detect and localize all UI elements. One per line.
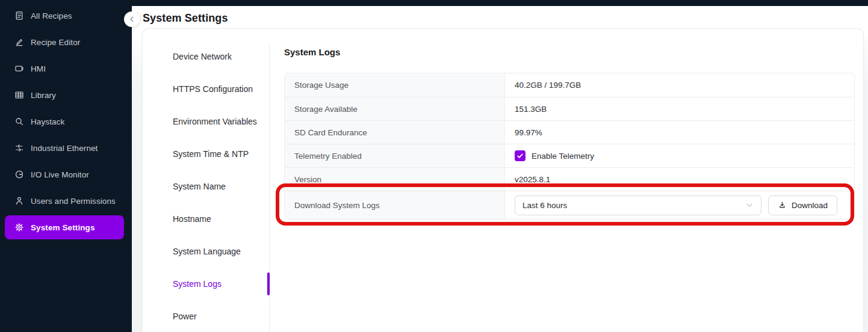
system-logs-table: Storage Usage 40.2GB / 199.7GB Storage A… <box>284 73 855 220</box>
sidebar-item-library[interactable]: Library <box>0 82 132 108</box>
settings-nav-system-name[interactable]: System Name <box>143 170 269 203</box>
table-row-storage-usage: Storage Usage 40.2GB / 199.7GB <box>285 73 854 97</box>
row-label: Download System Logs <box>285 191 505 219</box>
settings-nav-hostname[interactable]: Hostname <box>143 203 269 235</box>
row-label: SD Card Endurance <box>285 121 505 144</box>
settings-nav-system-logs[interactable]: System Logs <box>143 268 269 300</box>
user-icon <box>14 196 24 206</box>
time-range-select[interactable]: Last 6 hours <box>515 195 761 215</box>
settings-nav-power[interactable]: Power <box>143 300 269 332</box>
sidebar-item-system-settings[interactable]: System Settings <box>5 215 124 239</box>
table-row-telemetry-enabled: Telemetry Enabled Enable Telemetry <box>285 144 854 167</box>
table-row-storage-available: Storage Available 151.3GB <box>285 97 854 120</box>
sidebar-item-label: Library <box>31 91 56 100</box>
hmi-icon <box>14 64 24 73</box>
nav-item-label: Power <box>173 312 197 321</box>
ethernet-icon <box>14 143 24 153</box>
nav-item-label: Environment Variables <box>173 117 257 126</box>
sidebar-item-label: Users and Permissions <box>31 197 116 206</box>
table-row-version: Version v2025.8.1 <box>285 167 854 191</box>
table-row-sd-card-endurance: SD Card Endurance 99.97% <box>285 120 854 144</box>
row-label: Storage Usage <box>285 73 505 97</box>
recipes-icon <box>14 11 24 20</box>
row-value: 99.97% <box>505 121 854 144</box>
row-value: 40.2GB / 199.7GB <box>505 73 854 97</box>
sidebar-item-label: System Settings <box>31 223 95 232</box>
select-value: Last 6 hours <box>522 201 567 210</box>
download-button[interactable]: Download <box>768 195 837 215</box>
sidebar-item-users-and-permissions[interactable]: Users and Permissions <box>0 188 132 214</box>
sidebar-item-label: Haystack <box>31 117 64 126</box>
settings-nav-environment-variables[interactable]: Environment Variables <box>143 105 269 138</box>
sidebar-item-industrial-ethernet[interactable]: Industrial Ethernet <box>0 135 132 161</box>
active-nav-indicator <box>267 272 270 295</box>
sidebar: All Recipes Recipe Editor HMI Library Ha… <box>0 0 132 332</box>
telemetry-checkbox[interactable] <box>515 150 525 161</box>
row-value: 151.3GB <box>505 97 854 120</box>
search-icon <box>14 117 24 126</box>
nav-item-label: System Logs <box>173 279 222 289</box>
download-controls: Last 6 hours Download <box>505 191 854 219</box>
sidebar-item-label: Industrial Ethernet <box>31 144 98 153</box>
download-icon <box>778 201 787 210</box>
row-value: v2025.8.1 <box>505 168 854 191</box>
row-label: Telemetry Enabled <box>285 144 505 167</box>
sidebar-item-label: HMI <box>31 64 46 73</box>
edit-icon <box>14 37 24 47</box>
sidebar-item-label: All Recipes <box>31 11 72 20</box>
checkmark-icon <box>516 152 524 159</box>
chevron-left-icon <box>128 16 135 23</box>
checkbox-label: Enable Telemetry <box>532 152 594 161</box>
nav-item-label: System Language <box>173 247 241 256</box>
nav-item-label: System Time & NTP <box>173 149 249 159</box>
sidebar-item-label: Recipe Editor <box>31 38 80 47</box>
library-icon <box>14 90 24 100</box>
collapse-sidebar-button[interactable] <box>124 11 140 27</box>
row-value: Enable Telemetry <box>505 144 854 167</box>
io-monitor-icon <box>14 170 24 179</box>
settings-nav-system-time-ntp[interactable]: System Time & NTP <box>143 138 269 170</box>
sidebar-item-hmi[interactable]: HMI <box>0 55 132 82</box>
settings-card: Device Network HTTPS Configuration Envir… <box>143 29 863 332</box>
sidebar-item-haystack[interactable]: Haystack <box>0 108 132 135</box>
gear-icon <box>14 223 24 232</box>
nav-item-label: Hostname <box>173 214 211 224</box>
sidebar-item-recipe-editor[interactable]: Recipe Editor <box>0 29 132 55</box>
nav-item-label: System Name <box>173 182 226 191</box>
nav-item-label: Device Network <box>173 52 232 61</box>
content-heading: System Logs <box>284 47 340 57</box>
chevron-down-icon <box>745 201 754 209</box>
table-row-download-system-logs: Download System Logs Last 6 hours Downlo… <box>285 191 854 219</box>
sidebar-item-all-recipes[interactable]: All Recipes <box>0 2 132 29</box>
sidebar-item-label: I/O Live Monitor <box>31 170 89 179</box>
settings-nav-system-language[interactable]: System Language <box>143 235 269 268</box>
nav-item-label: HTTPS Configuration <box>173 84 253 94</box>
row-label: Storage Available <box>285 97 505 120</box>
sidebar-item-io-live-monitor[interactable]: I/O Live Monitor <box>0 161 132 188</box>
settings-nav: Device Network HTTPS Configuration Envir… <box>143 40 269 332</box>
page-title: System Settings <box>143 12 228 25</box>
row-label: Version <box>285 168 505 191</box>
settings-nav-device-network[interactable]: Device Network <box>143 40 269 73</box>
settings-nav-https-configuration[interactable]: HTTPS Configuration <box>143 73 269 105</box>
download-button-label: Download <box>792 201 828 210</box>
